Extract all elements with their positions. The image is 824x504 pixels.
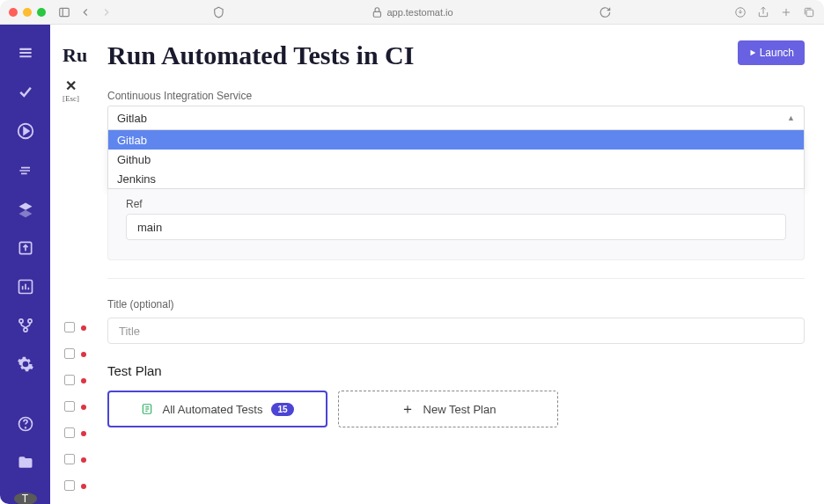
app-sidebar: T (0, 25, 50, 504)
list-checkbox[interactable] (64, 480, 75, 491)
list-checkbox[interactable] (64, 454, 75, 464)
svg-point-26 (23, 328, 26, 332)
folder-icon[interactable] (17, 454, 34, 471)
address-bar[interactable]: app.testomat.io (371, 6, 452, 18)
ref-block: Ref (107, 189, 805, 260)
status-dot (81, 431, 86, 436)
svg-point-24 (18, 319, 22, 323)
list-checkbox[interactable] (64, 348, 75, 359)
ci-service-dropdown: Gitlab Github Jenkins (107, 130, 805, 189)
plan-label: All Automated Tests (162, 403, 262, 416)
check-icon[interactable] (17, 83, 34, 100)
ci-option-github[interactable]: Github (108, 150, 804, 169)
minimize-window[interactable] (23, 8, 32, 17)
plus-icon: ＋ (401, 400, 415, 419)
settings-icon[interactable] (17, 355, 34, 373)
checklist-icon (141, 403, 153, 415)
title-input[interactable] (107, 318, 805, 344)
svg-marker-12 (24, 128, 29, 134)
title-label: Title (optional) (107, 298, 805, 310)
lock-icon (371, 6, 383, 18)
background-checkboxes (64, 322, 75, 491)
status-dot (81, 457, 86, 463)
svg-marker-29 (750, 50, 755, 56)
close-window[interactable] (9, 8, 18, 17)
svg-point-28 (25, 427, 26, 428)
user-avatar[interactable]: T (14, 493, 37, 504)
caret-up-icon: ▲ (787, 113, 795, 122)
svg-rect-0 (60, 8, 70, 16)
ci-service-label: Continuous Integration Service (107, 90, 805, 102)
maximize-window[interactable] (37, 8, 46, 17)
play-icon[interactable] (16, 121, 35, 141)
run-ci-panel: Run Automated Tests in CI Launch Continu… (88, 25, 824, 504)
plan-all-automated[interactable]: All Automated Tests 15 (107, 391, 327, 427)
forward-icon[interactable] (100, 6, 113, 18)
list-checkbox[interactable] (64, 375, 75, 385)
background-list-column: Ru ✕ [Esc] (50, 25, 88, 504)
background-title: Ru (50, 44, 88, 67)
plan-count-badge: 15 (271, 403, 293, 416)
ref-label: Ref (126, 198, 786, 210)
play-icon (748, 48, 757, 57)
new-tab-icon[interactable] (780, 6, 792, 18)
list-icon[interactable] (17, 162, 34, 179)
plan-new[interactable]: ＋ New Test Plan (338, 391, 558, 427)
share-icon[interactable] (757, 6, 769, 18)
browser-chrome: app.testomat.io (0, 0, 824, 25)
downloads-icon[interactable] (734, 6, 747, 18)
layers-icon[interactable] (17, 201, 34, 218)
svg-rect-2 (373, 11, 380, 17)
status-dot (81, 405, 86, 410)
reload-icon[interactable] (600, 6, 612, 18)
close-icon: ✕ (63, 77, 79, 94)
plan-label: New Test Plan (423, 403, 497, 416)
address-text: app.testomat.io (386, 7, 452, 18)
svg-rect-7 (806, 10, 813, 17)
branch-icon[interactable] (17, 317, 34, 334)
page-title: Run Automated Tests in CI (107, 40, 414, 70)
close-panel[interactable]: ✕ [Esc] (63, 77, 79, 103)
ci-option-jenkins[interactable]: Jenkins (108, 169, 804, 188)
test-plan-heading: Test Plan (107, 363, 805, 378)
window-controls (9, 8, 46, 17)
ci-service-select[interactable]: Gitlab ▲ (107, 106, 805, 130)
status-dot (81, 484, 86, 489)
ci-option-gitlab[interactable]: Gitlab (108, 130, 804, 150)
list-checkbox[interactable] (64, 322, 75, 332)
close-label: [Esc] (63, 94, 79, 103)
tabs-icon[interactable] (803, 6, 815, 18)
toggle-sidebar-icon[interactable] (58, 6, 70, 18)
divider (107, 278, 805, 279)
help-icon[interactable] (17, 415, 34, 433)
status-dot (81, 325, 86, 331)
status-dot (81, 352, 86, 357)
list-checkbox[interactable] (64, 427, 75, 438)
ref-input[interactable] (126, 214, 786, 240)
list-checkbox[interactable] (64, 401, 75, 412)
back-icon[interactable] (79, 6, 92, 18)
chart-icon[interactable] (17, 278, 34, 296)
shield-icon (212, 6, 224, 18)
import-icon[interactable] (17, 239, 34, 257)
launch-button[interactable]: Launch (738, 40, 805, 65)
menu-icon[interactable] (17, 44, 34, 62)
ci-selected-value: Gitlab (117, 112, 147, 125)
svg-marker-17 (18, 210, 32, 217)
status-dot (81, 378, 86, 383)
svg-marker-16 (18, 203, 32, 210)
svg-point-25 (27, 319, 31, 323)
